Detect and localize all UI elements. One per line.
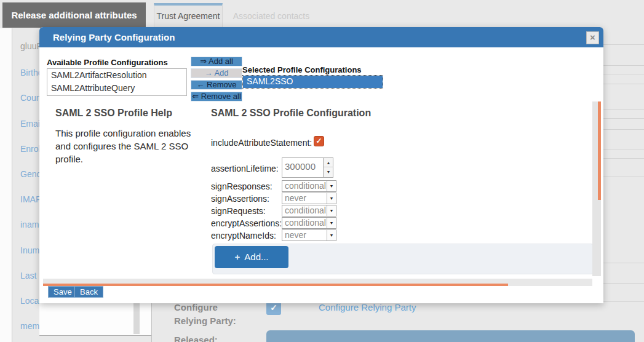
relying-party-configuration-modal: Relying Party Configuration × Available … bbox=[39, 27, 603, 303]
sign-responses-select[interactable]: conditional ▼ bbox=[282, 180, 336, 192]
vertical-scrollbar[interactable] bbox=[592, 101, 601, 276]
remove-all-button[interactable]: ⇐ Remove all bbox=[191, 92, 242, 101]
add-all-label: Add all bbox=[209, 57, 233, 66]
page-title: Release additional attributes bbox=[2, 2, 146, 28]
sign-requests-label: signRequests: bbox=[211, 206, 266, 216]
row-divider bbox=[603, 177, 644, 177]
selected-list-item[interactable]: SAML2SSO bbox=[243, 76, 383, 88]
available-profile-configurations-label: Available Profile Configurations bbox=[47, 58, 168, 67]
dropdown-arrow-icon: ▼ bbox=[327, 205, 336, 216]
include-attribute-statement-checkbox[interactable]: ✓ bbox=[314, 136, 324, 146]
encrypt-assertions-select[interactable]: conditional ▼ bbox=[282, 217, 336, 229]
list-item[interactable]: SAML2AttributeQuery bbox=[47, 82, 186, 95]
row-divider bbox=[603, 118, 644, 119]
assertion-lifetime-value[interactable]: 300000 bbox=[282, 158, 322, 177]
stepper-buttons: ▲ ▼ bbox=[323, 158, 333, 177]
sidebar-item-country[interactable]: Coun bbox=[20, 93, 41, 103]
configure-relying-party-link[interactable]: Configure Relying Party bbox=[319, 302, 416, 312]
modal-title: Relying Party Configuration bbox=[53, 27, 175, 47]
row-divider bbox=[603, 158, 644, 159]
dropdown-arrow-icon: ▼ bbox=[327, 181, 336, 191]
row-divider bbox=[603, 84, 644, 84]
row-divider bbox=[603, 65, 644, 66]
plus-icon: + bbox=[235, 252, 241, 262]
encrypt-nameids-label: encryptNameIds: bbox=[211, 231, 276, 241]
encrypt-nameids-value: never bbox=[285, 230, 306, 241]
add-profile-button[interactable]: +Add... bbox=[215, 246, 288, 268]
dropdown-arrow-icon: ▼ bbox=[327, 230, 336, 241]
check-icon: ✓ bbox=[270, 303, 277, 312]
assertion-lifetime-stepper[interactable]: 300000 ▲ ▼ bbox=[282, 157, 333, 178]
sign-responses-value: conditional bbox=[285, 181, 326, 191]
sign-assertions-select[interactable]: never ▼ bbox=[282, 193, 336, 204]
add-button[interactable]: → Add bbox=[191, 68, 242, 78]
add-label: Add bbox=[214, 68, 228, 78]
released-label: Released: bbox=[174, 335, 218, 342]
profile-help-heading: SAML 2 SSO Profile Help bbox=[55, 108, 172, 119]
tab-trust-agreement[interactable]: Trust Agreement bbox=[154, 3, 223, 27]
form-divider bbox=[151, 301, 152, 342]
row-divider bbox=[603, 149, 644, 149]
sidebar-item-gender[interactable]: Gend bbox=[20, 169, 41, 179]
attribute-list-scrollbar[interactable] bbox=[133, 303, 140, 334]
check-icon: ✓ bbox=[316, 137, 322, 145]
close-icon: × bbox=[590, 32, 595, 42]
remove-all-label: Remove all bbox=[201, 92, 241, 101]
screen: Release additional attributes Trust Agre… bbox=[0, 0, 644, 342]
left-gutter bbox=[0, 28, 12, 342]
row-divider bbox=[603, 263, 644, 263]
arrow-double-left-icon: ⇐ bbox=[192, 92, 199, 101]
list-item[interactable]: SAML2ArtifactResolution bbox=[47, 69, 186, 82]
row-divider bbox=[603, 109, 644, 110]
sidebar-item-imap[interactable]: IMAP bbox=[20, 194, 41, 204]
add-profile-button-label: Add... bbox=[244, 252, 268, 262]
sign-requests-value: conditional bbox=[285, 205, 326, 216]
assertion-lifetime-label: assertionLifetime: bbox=[211, 164, 279, 173]
sidebar-item-inum[interactable]: Inum bbox=[20, 245, 39, 255]
close-button[interactable]: × bbox=[586, 31, 599, 44]
horizontal-scrollbar[interactable] bbox=[43, 279, 592, 286]
available-profile-list[interactable]: SAML2ArtifactResolution SAML2AttributeQu… bbox=[47, 68, 187, 96]
sign-requests-select[interactable]: conditional ▼ bbox=[282, 205, 336, 217]
encrypt-assertions-label: encryptAssertions: bbox=[211, 218, 282, 228]
sign-assertions-value: never bbox=[285, 193, 306, 204]
row-divider bbox=[603, 44, 644, 45]
row-divider bbox=[603, 129, 644, 130]
row-divider bbox=[603, 283, 644, 284]
row-divider bbox=[603, 74, 644, 74]
save-button[interactable]: Save bbox=[48, 286, 78, 298]
sign-assertions-label: signAssertions: bbox=[211, 194, 269, 204]
remove-label: Remove bbox=[207, 80, 236, 89]
profile-help-text: This profile configuration enables and c… bbox=[55, 127, 200, 165]
include-attribute-statement-label: includeAttributeStatement: bbox=[211, 138, 312, 148]
add-all-button[interactable]: ⇒ Add all bbox=[191, 57, 242, 66]
dropdown-arrow-icon: ▼ bbox=[327, 218, 336, 228]
row-divider bbox=[603, 301, 644, 302]
arrow-double-right-icon: ⇒ bbox=[200, 57, 207, 66]
vertical-scrollbar-thumb[interactable] bbox=[598, 101, 601, 200]
chevron-down-icon: ▼ bbox=[327, 170, 331, 174]
chevron-up-icon: ▲ bbox=[327, 161, 331, 165]
arrow-left-icon: ← bbox=[196, 80, 204, 89]
sidebar-item-locale[interactable]: Local bbox=[20, 296, 41, 306]
selected-profile-list[interactable]: SAML2SSO bbox=[242, 75, 383, 89]
modal-header: Relying Party Configuration bbox=[39, 27, 603, 47]
horizontal-scrollbar-thumb[interactable] bbox=[43, 284, 508, 286]
selected-profile-configurations-label: Selected Profile Configurations bbox=[242, 65, 362, 74]
spinner-down-button[interactable]: ▼ bbox=[324, 167, 333, 177]
sign-responses-label: signResponses: bbox=[211, 181, 272, 191]
remove-button[interactable]: ← Remove bbox=[191, 80, 242, 90]
add-panel: +Add... bbox=[212, 244, 594, 274]
spinner-up-button[interactable]: ▲ bbox=[324, 158, 333, 167]
encrypt-nameids-select[interactable]: never ▼ bbox=[282, 229, 336, 241]
dropdown-arrow-icon: ▼ bbox=[327, 193, 336, 204]
back-button[interactable]: Back bbox=[74, 286, 103, 298]
released-value-box[interactable] bbox=[266, 330, 635, 342]
attribute-list-panel bbox=[39, 303, 151, 336]
sidebar-item-email[interactable]: Email bbox=[20, 119, 42, 129]
tab-associated-contacts[interactable]: Associated contacts bbox=[225, 3, 317, 27]
profile-configuration-heading: SAML 2 SSO Profile Configuration bbox=[211, 108, 371, 119]
configure-relying-party-label: Configure Relying Party: bbox=[174, 301, 243, 328]
encrypt-assertions-value: conditional bbox=[285, 218, 326, 228]
arrow-right-icon: → bbox=[204, 68, 212, 78]
